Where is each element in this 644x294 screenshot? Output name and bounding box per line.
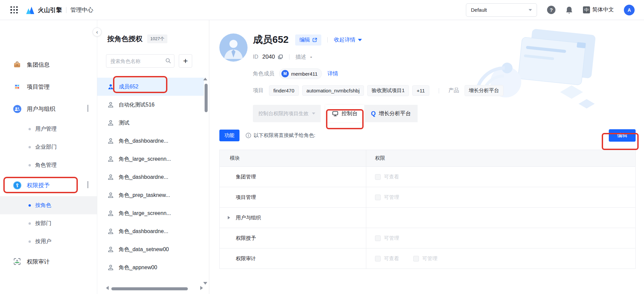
collapse-panel-button[interactable]: ‹ <box>93 27 102 36</box>
scrollbar-right-arrow[interactable] <box>200 286 203 290</box>
tab-analytics-platform[interactable]: Q 增长分析平台 <box>364 105 418 122</box>
checkbox-disabled[interactable] <box>375 235 381 241</box>
key-icon <box>13 181 21 190</box>
checkbox-disabled[interactable] <box>413 256 419 262</box>
role-name: 角色_data_setnew00 <box>119 246 169 253</box>
project-more-tag[interactable]: +11 <box>412 85 429 96</box>
permission-option: 可管理 <box>375 194 399 201</box>
role-name: 角色_dashboardne... <box>119 174 168 181</box>
apps-grid-icon[interactable] <box>10 6 18 14</box>
projects-label: 项目 <box>253 87 264 94</box>
id-row: ID 2040 描述 - <box>253 52 636 62</box>
scrollbar-down-arrow[interactable] <box>203 282 207 285</box>
role-name: 角色_dashboardne... <box>119 228 168 235</box>
sidebar-subitem-enterprise-dept[interactable]: 企业部门 <box>0 138 97 156</box>
role-list-item[interactable]: 角色_appnew00 <box>97 259 204 277</box>
sidebar-subitem-label: 按部门 <box>35 220 51 227</box>
scope-select-disabled[interactable]: 控制台权限跨项目生效 <box>253 105 321 122</box>
scope-select-value: 控制台权限跨项目生效 <box>258 111 309 117</box>
role-user-icon <box>107 101 114 108</box>
horizontal-scrollbar-thumb[interactable] <box>111 287 188 290</box>
desc-value: - <box>310 54 312 60</box>
member-name: member411 <box>291 71 318 77</box>
id-value: 2040 <box>262 54 275 60</box>
role-user-icon <box>107 210 114 217</box>
language-switcher[interactable]: 中 简体中文 <box>583 6 614 13</box>
checkbox-label: 可管理 <box>384 194 399 201</box>
sidebar-item-label: 集团信息 <box>27 61 50 69</box>
module-cell-expandable: 用户与组织 <box>220 208 366 228</box>
sidebar-subitem-user-mgmt[interactable]: 用户管理 <box>0 120 97 138</box>
module-cell: 权限授予 <box>220 228 366 248</box>
tab-label: 控制台 <box>341 110 358 117</box>
help-button[interactable]: ? <box>547 6 555 14</box>
role-list-item[interactable]: 角色_dashboardne... <box>97 222 204 240</box>
vertical-scrollbar-thumb[interactable] <box>205 84 208 112</box>
top-header: 火山引擎 管理中心 Default ? 中 简体中文 A <box>0 0 644 20</box>
scrollbar-up-arrow[interactable] <box>203 78 207 80</box>
role-search-input[interactable] <box>106 54 174 68</box>
workspace-select[interactable]: Default <box>466 3 537 17</box>
role-list-item[interactable]: 角色_large_screenn... <box>97 204 204 222</box>
collapse-details-toggle[interactable]: 收起详情 <box>334 36 362 44</box>
sidebar-item-label: 项目管理 <box>27 83 50 91</box>
tab-console[interactable]: 控制台 <box>325 105 364 122</box>
sidebar-subitem-by-user[interactable]: 按用户 <box>0 232 97 250</box>
volcano-logo-icon <box>25 5 35 15</box>
module-cell: 权限审计 <box>220 248 366 269</box>
role-user-icon <box>107 228 114 235</box>
bullet-icon <box>29 240 31 243</box>
sidebar-subitem-by-role[interactable]: 按角色 <box>0 196 97 214</box>
sidebar-item-project-mgmt[interactable]: 项目管理 <box>0 76 97 98</box>
role-user-icon <box>107 138 114 144</box>
sidebar-nav: 集团信息 项目管理 用户与组织 用户管理 <box>0 20 97 294</box>
role-list-item[interactable]: 测试 <box>97 114 204 132</box>
bullet-icon <box>29 222 31 225</box>
role-list-item[interactable]: 成员652 <box>97 78 204 96</box>
panel-title: 按角色授权 <box>107 34 143 44</box>
sidebar-subitem-label: 按用户 <box>35 238 51 245</box>
member-chip[interactable]: M member411 <box>279 68 322 79</box>
member-avatar: M <box>281 70 289 77</box>
sidebar-item-permission-grant[interactable]: 权限授予 <box>0 174 97 196</box>
role-user-icon <box>107 192 114 199</box>
checkbox-disabled[interactable] <box>375 174 381 180</box>
checkbox-disabled[interactable] <box>375 195 381 200</box>
caret-down-icon <box>358 39 362 41</box>
checkbox-disabled[interactable] <box>375 256 381 262</box>
copy-id-button[interactable] <box>278 54 283 60</box>
chevron-up-icon[interactable] <box>88 105 88 112</box>
role-list-item[interactable]: 角色_prep_tasknew... <box>97 186 204 204</box>
role-list-item[interactable]: 角色_large_screenn... <box>97 150 204 168</box>
chevron-left-icon: ‹ <box>96 29 98 35</box>
role-user-icon <box>107 156 114 162</box>
expand-row-icon[interactable] <box>228 216 230 219</box>
chevron-down-icon <box>529 9 532 11</box>
sidebar-subitem-role-mgmt[interactable]: 角色管理 <box>0 156 97 174</box>
role-list-item[interactable]: 角色_data_setnew00 <box>97 240 204 259</box>
sidebar-item-group-info[interactable]: 集团信息 <box>0 54 97 76</box>
role-list-item[interactable]: 角色_dashboardne... <box>97 132 204 150</box>
members-label: 角色成员 <box>253 70 274 77</box>
role-list-item[interactable]: 自动化测试516 <box>97 96 204 114</box>
role-name: 自动化测试516 <box>119 101 155 108</box>
workspace-select-value: Default <box>471 7 487 13</box>
role-user-icon <box>107 174 114 180</box>
scrollbar-left-arrow[interactable] <box>106 286 109 290</box>
role-name: 成员652 <box>119 83 139 90</box>
add-role-button[interactable]: + <box>179 54 192 68</box>
sidebar-item-users-org[interactable]: 用户与组织 <box>0 98 97 120</box>
product-name: 管理中心 <box>70 6 93 14</box>
permission-option: 可管理 <box>375 235 399 241</box>
member-detail-link[interactable]: 详情 <box>327 70 338 77</box>
chevron-down-icon <box>312 113 315 115</box>
sidebar-subitem-by-department[interactable]: 按部门 <box>0 214 97 232</box>
role-list-item[interactable]: 角色_dashboardne... <box>97 168 204 186</box>
sidebar-item-permission-audit[interactable]: 权限审计 <box>0 250 97 273</box>
edit-role-link[interactable]: 编辑 <box>295 34 321 46</box>
edit-permissions-button[interactable]: 编辑 <box>609 129 636 142</box>
user-avatar[interactable]: A <box>624 5 635 15</box>
function-filter-button[interactable]: 功能 <box>219 130 239 141</box>
chevron-up-icon[interactable] <box>88 182 88 189</box>
notifications-button[interactable] <box>566 6 573 14</box>
